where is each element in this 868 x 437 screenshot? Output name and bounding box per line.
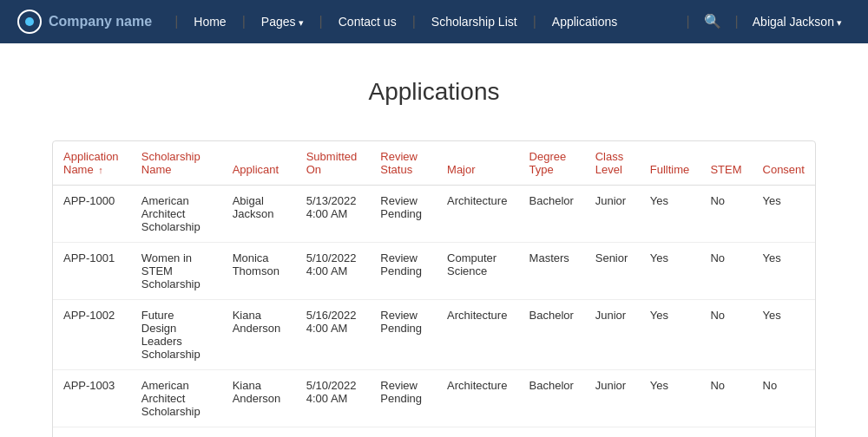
cell-stem: No [700,186,752,243]
cell-degree-type: Bachelor [519,370,585,427]
cell-submitted-on: 5/16/2022 4:00 AM [296,427,371,438]
cell-submitted-on: 5/10/2022 4:00 AM [296,370,371,427]
cell-review-status: Review Pending [370,370,437,427]
cell-consent: No [753,370,815,427]
applications-table: Application Name ↑ Scholarship Name Appl… [53,141,815,437]
cell-degree-type: Bachelor [519,186,585,243]
nav-scholarship[interactable]: Scholarship List [421,0,528,43]
cell-class-level: Junior [585,186,640,243]
divider-5: | [533,14,536,29]
cell-applicant: Monica Thomson [222,243,296,300]
divider-1: | [174,14,178,29]
cell-major: Architecture [437,300,519,370]
cell-major: Computer Science [437,243,519,300]
cell-consent: Yes [753,427,815,438]
applications-table-container: Application Name ↑ Scholarship Name Appl… [52,140,816,437]
cell-submitted-on: 5/16/2022 4:00 AM [296,300,371,370]
cell-stem: No [700,427,752,438]
cell-scholarship-name: American Architect Scholarship [131,186,222,243]
th-fulltime[interactable]: Fulltime [640,141,700,186]
cell-consent: Yes [753,243,815,300]
cell-stem: No [700,243,752,300]
table-header-row: Application Name ↑ Scholarship Name Appl… [53,141,815,186]
navbar-right: | 🔍 | Abigal Jackson [681,0,851,44]
brand[interactable]: Company name [17,10,152,34]
table-row: APP-1002Future Design Leaders Scholarshi… [53,300,815,370]
cell-app-name: APP-1003 [53,370,131,427]
brand-name: Company name [49,14,152,29]
th-app-name[interactable]: Application Name ↑ [53,141,131,186]
nav-pages[interactable]: Pages [251,0,314,44]
nav-applications[interactable]: Applications [542,0,628,43]
cell-review-status: Review Pending [370,186,437,243]
cell-class-level: Junior [585,427,640,438]
th-major[interactable]: Major [437,141,519,186]
divider-7: | [735,14,739,29]
cell-major: Architecture [437,186,519,243]
table-body: APP-1000American Architect ScholarshipAb… [53,186,815,438]
cell-degree-type: Masters [519,243,585,300]
th-consent[interactable]: Consent [753,141,815,186]
cell-stem: No [700,300,752,370]
table-row: APP-1000American Architect ScholarshipAb… [53,186,815,243]
cell-review-status: Review Pending [370,243,437,300]
search-icon[interactable]: 🔍 [695,0,730,43]
th-class-level[interactable]: Class Level [585,141,640,186]
cell-app-name: APP-1004 [53,427,131,438]
cell-stem: No [700,370,752,427]
cell-class-level: Senior [585,243,640,300]
table-row: APP-1003American Architect ScholarshipKi… [53,370,815,427]
table-head: Application Name ↑ Scholarship Name Appl… [53,141,815,186]
navbar: Company name | Home | Pages | Contact us… [0,0,868,43]
th-stem[interactable]: STEM [700,141,752,186]
sort-icon-app-name: ↑ [98,165,103,175]
th-review-status[interactable]: Review Status [370,141,437,186]
divider-2: | [242,14,246,29]
cell-major: Computer Science [437,427,519,438]
cell-applicant: Monica Thomson [222,427,296,438]
nav-contact[interactable]: Contact us [328,0,407,43]
cell-app-name: APP-1001 [53,243,131,300]
cell-consent: Yes [753,186,815,243]
table-row: APP-1004Foreign Language ScholarshipMoni… [53,427,815,438]
divider-6: | [686,14,689,29]
cell-consent: Yes [753,300,815,370]
cell-scholarship-name: Foreign Language Scholarship [131,427,222,438]
cell-applicant: Kiana Anderson [222,370,296,427]
nav-home[interactable]: Home [183,0,236,43]
cell-fulltime: Yes [640,186,700,243]
cell-submitted-on: 5/10/2022 4:00 AM [296,243,371,300]
cell-submitted-on: 5/13/2022 4:00 AM [296,186,371,243]
divider-4: | [412,14,416,29]
page-title: Applications [52,78,816,106]
th-scholarship-name[interactable]: Scholarship Name [131,141,222,186]
cell-fulltime: Yes [640,427,700,438]
table-row: APP-1001Women in STEM ScholarshipMonica … [53,243,815,300]
cell-class-level: Junior [585,300,640,370]
cell-fulltime: Yes [640,243,700,300]
divider-3: | [319,14,323,29]
brand-icon [17,10,42,34]
cell-app-name: APP-1002 [53,300,131,370]
user-menu[interactable]: Abigal Jackson [744,0,851,44]
cell-applicant: Abigal Jackson [222,186,296,243]
cell-major: Architecture [437,370,519,427]
cell-applicant: Kiana Anderson [222,300,296,370]
cell-fulltime: Yes [640,370,700,427]
cell-review-status: Review Pending [370,427,437,438]
cell-scholarship-name: Future Design Leaders Scholarship [131,300,222,370]
cell-scholarship-name: American Architect Scholarship [131,370,222,427]
cell-degree-type: Bachelor [519,427,585,438]
cell-scholarship-name: Women in STEM Scholarship [131,243,222,300]
main-content: Applications Application Name ↑ Scholars… [0,43,868,437]
cell-fulltime: Yes [640,300,700,370]
cell-degree-type: Bachelor [519,300,585,370]
cell-app-name: APP-1000 [53,186,131,243]
th-submitted-on[interactable]: Submitted On [296,141,371,186]
cell-class-level: Junior [585,370,640,427]
cell-review-status: Review Pending [370,300,437,370]
th-applicant[interactable]: Applicant [222,141,296,186]
th-degree-type[interactable]: Degree Type [519,141,585,186]
